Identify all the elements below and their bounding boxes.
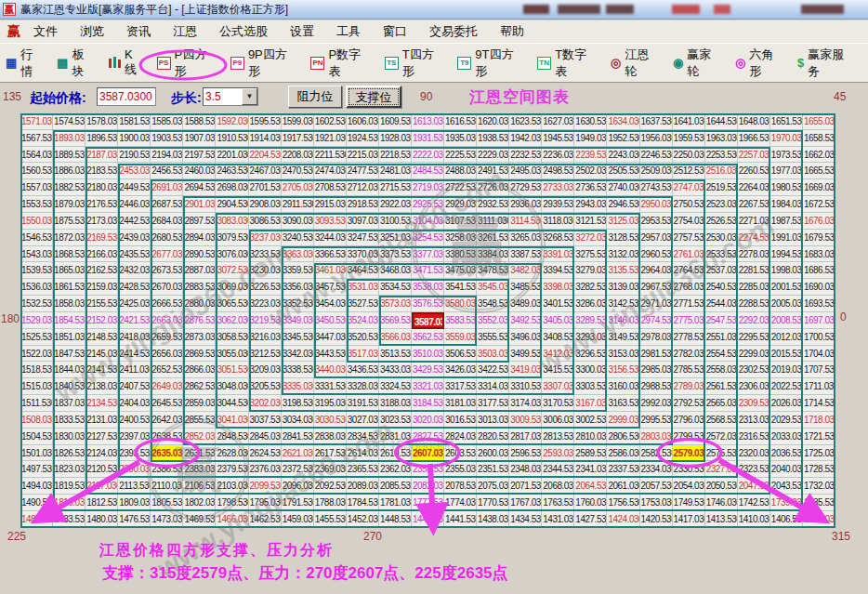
- grid-cell: 2876.5300: [183, 312, 216, 329]
- grid-cell: 1900.0300: [118, 130, 151, 147]
- grid-cell: 2523.0300: [705, 196, 738, 213]
- grid-cell: 2950.0300: [640, 196, 673, 213]
- grid-cell: 2740.0300: [607, 179, 639, 196]
- toolbar-item-quotes[interactable]: ▦行情: [6, 46, 45, 80]
- grid-cell: 3086.5300: [249, 213, 282, 230]
- menu-item-0[interactable]: 文件: [33, 24, 58, 38]
- analysis-detail: 支撑：315度2579点、压力：270度2607点、225度2635点: [102, 562, 508, 584]
- grid-cell: 1609.5300: [379, 113, 412, 130]
- grid-cell: 2040.0300: [770, 461, 803, 478]
- grid-cell: 2785.5300: [673, 362, 705, 378]
- grid-cell: 3328.0300: [347, 378, 379, 395]
- grid-cell: 1868.5300: [53, 246, 85, 263]
- toolbar-item-sectors[interactable]: ▩板块: [57, 46, 96, 80]
- grid-cell: 2610.5300: [379, 445, 412, 462]
- grid-cell: 1588.5300: [183, 113, 216, 130]
- menu-item-7[interactable]: 窗口: [383, 24, 407, 38]
- grid-cell: 1550.0300: [20, 213, 53, 230]
- grid-cell: 1956.0300: [640, 130, 673, 147]
- menu-item-9[interactable]: 帮助: [500, 24, 524, 38]
- grid-cell: 3083.0300: [216, 213, 248, 230]
- toolbar-item-hexagon[interactable]: ◎六角形: [735, 46, 785, 80]
- grid-cell: 3527.5300: [347, 296, 379, 312]
- menu-item-1[interactable]: 浏览: [80, 24, 104, 38]
- grid-cell: 2295.5300: [738, 329, 770, 346]
- grid-cell: 3072.5300: [216, 262, 248, 279]
- grid-cell: 2526.5300: [705, 213, 738, 230]
- grid-cell: 2544.0300: [705, 296, 738, 312]
- toolbar-item-t-number-table[interactable]: TNT数字表: [537, 46, 598, 80]
- grid-cell: 2096.0300: [282, 478, 314, 495]
- toolbar-item-9t-square[interactable]: T99T四方形: [457, 46, 525, 80]
- step-combobox-arrow-icon[interactable]: ▼: [242, 88, 257, 105]
- grid-cell: 3153.0300: [607, 346, 639, 363]
- grid-cell: 2355.0300: [444, 461, 477, 478]
- resistance-button[interactable]: 阻力位: [288, 86, 342, 108]
- grid-cell: 2176.5300: [85, 196, 118, 213]
- grid-cell: 2796.0300: [673, 412, 705, 429]
- grid-cell: 3583.5300: [444, 312, 477, 329]
- grid-cell: 1707.5300: [803, 362, 835, 378]
- grid-cell: 3044.5300: [216, 395, 248, 412]
- grid-cell: 3349.0300: [282, 312, 314, 329]
- grid-cell: 1536.0300: [20, 279, 53, 296]
- grid-cell: 2253.5300: [705, 147, 738, 164]
- grid-cell: 2603.5300: [444, 445, 477, 462]
- toolbar-item-p-square[interactable]: PSP四方形: [157, 46, 218, 80]
- grid-cell: 2841.5300: [282, 429, 314, 445]
- grid-cell: 3198.5300: [282, 395, 314, 412]
- grid-cell: 1553.5300: [20, 196, 53, 213]
- grid-cell: 2376.0300: [249, 461, 282, 478]
- grid-cell: 1581.5300: [118, 113, 151, 130]
- grid-cell: 3492.5300: [509, 312, 542, 329]
- toolbar-item-label: 行情: [20, 46, 45, 80]
- menu-item-5[interactable]: 设置: [290, 24, 314, 38]
- grid-cell: 1539.5300: [20, 262, 53, 279]
- grid-cell: 2586.0300: [607, 445, 639, 462]
- toolbar-item-winner-service[interactable]: $赢家服务: [797, 46, 856, 80]
- grid-cell: 1987.5300: [770, 213, 803, 230]
- grid-cell: 3377.0300: [412, 246, 444, 263]
- grid-cell: 1991.0300: [770, 230, 803, 246]
- menu-item-8[interactable]: 交易委托: [429, 24, 478, 38]
- grid-cell: 2169.5300: [85, 230, 118, 246]
- start-price-input[interactable]: [97, 87, 156, 106]
- grid-cell: 2649.0300: [151, 378, 183, 395]
- grid-cell: 3520.5300: [347, 329, 379, 346]
- grid-cell: 1763.5300: [542, 495, 574, 511]
- angle-label-225: 225: [7, 530, 26, 543]
- grid-cell: 3286.0300: [574, 296, 607, 312]
- grid-cell: 1735.5300: [803, 495, 835, 511]
- window-title: 赢家江恩专业版[赢家服务平台] - [上证指数价格正方形]: [20, 2, 288, 18]
- toolbar-item-9p-square[interactable]: P99P四方形: [230, 46, 299, 80]
- menu-item-6[interactable]: 工具: [336, 24, 361, 38]
- grid-cell: 2323.5300: [738, 461, 770, 478]
- grid-cell: 1774.0300: [444, 495, 477, 511]
- grid-cell: 1749.5300: [673, 495, 705, 511]
- grid-cell: 3478.5300: [477, 262, 509, 279]
- support-button[interactable]: 支撑位: [346, 86, 401, 108]
- grid-cell: 1721.5300: [803, 429, 835, 445]
- menu-item-3[interactable]: 江恩: [173, 24, 197, 38]
- toolbar-item-t-square[interactable]: TST四方形: [385, 46, 446, 80]
- grid-cell: 2148.5300: [85, 329, 118, 346]
- grid-cell: 2733.0300: [542, 179, 574, 196]
- toolbar-item-winner-wheel[interactable]: ◉赢家轮: [673, 46, 723, 80]
- grid-cell: 2117.0300: [85, 478, 118, 495]
- toolbar-item-p-number-table[interactable]: PNP数字表: [310, 46, 372, 80]
- grid-cell: 3331.5300: [314, 378, 347, 395]
- grid-cell: 2824.0300: [444, 429, 477, 445]
- toolbar-item-label: 9T四方形: [475, 46, 525, 80]
- grid-cell: 2001.5300: [770, 279, 803, 296]
- grid-cell: 2316.5300: [738, 429, 770, 445]
- toolbar-item-gann-wheel[interactable]: ◎江恩轮: [611, 46, 661, 80]
- grid-cell: 1833.5300: [53, 412, 85, 429]
- menu-item-2[interactable]: 资讯: [126, 24, 151, 38]
- menu-item-4[interactable]: 公式选股: [219, 24, 268, 38]
- grid-cell: 1630.5300: [574, 113, 607, 130]
- grid-cell: 2957.0300: [640, 230, 673, 246]
- grid-cell: 2981.5300: [640, 346, 673, 363]
- toolbar-item-kline[interactable]: K线: [108, 47, 144, 78]
- grid-cell: 2925.5300: [412, 196, 444, 213]
- grid-cell: 3037.5300: [249, 412, 282, 429]
